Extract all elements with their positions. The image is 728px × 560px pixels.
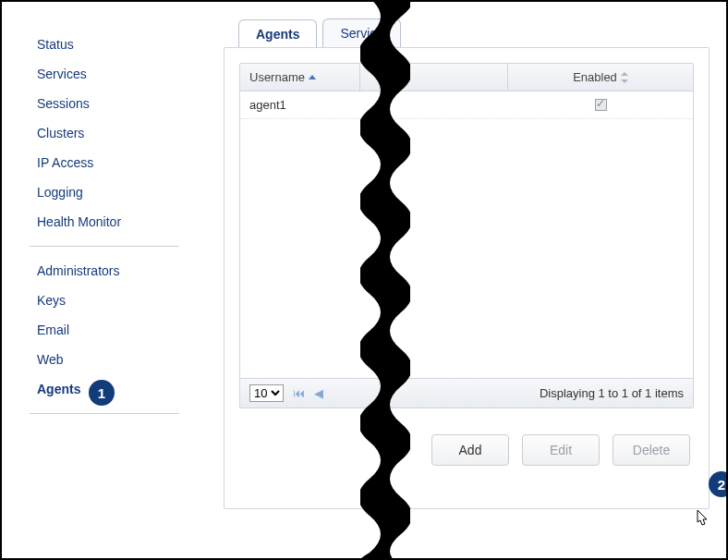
sidebar-item-label: Agents (37, 382, 80, 396)
table-body: agent1 (240, 91, 693, 378)
checkbox-enabled-icon (595, 99, 607, 111)
app-frame: Status Services Sessions Clusters IP Acc… (0, 0, 728, 560)
button-label: Delete (633, 443, 670, 457)
callout-badge-1: 1 (89, 380, 115, 406)
sidebar-divider (30, 246, 179, 247)
tab-service[interactable]: Service (322, 18, 401, 47)
agents-table: Username Enabled agent1 (239, 63, 694, 408)
sidebar-item-label: Clusters (37, 126, 84, 140)
sidebar-divider (30, 413, 179, 414)
column-header-label: Username (249, 70, 305, 84)
cursor-pointer-icon (692, 508, 712, 530)
sort-asc-icon (309, 75, 316, 79)
sidebar-item-services[interactable]: Services (2, 59, 207, 89)
sidebar-item-label: Services (37, 67, 87, 81)
sidebar-item-sessions[interactable]: Sessions (2, 89, 207, 118)
sidebar-item-ip-access[interactable]: IP Access (2, 148, 207, 177)
column-header-username[interactable]: Username (240, 64, 360, 91)
sidebar-item-label: Administrators (37, 263, 119, 278)
sidebar-item-health-monitor[interactable]: Health Monitor (2, 207, 207, 237)
tab-label: Agents (256, 27, 299, 42)
column-header-enabled[interactable]: Enabled (508, 64, 693, 91)
button-bar: Add Edit Delete (239, 408, 694, 475)
pager-status: Displaying 1 to 1 of 1 items (540, 386, 684, 400)
sidebar-item-label: Logging (37, 185, 83, 200)
cell-username: agent1 (240, 91, 360, 118)
sidebar-item-label: IP Access (37, 155, 93, 170)
tab-label: Service (340, 26, 383, 41)
delete-button[interactable]: Delete (613, 434, 690, 466)
sidebar: Status Services Sessions Clusters IP Acc… (2, 2, 207, 558)
button-label: Add (459, 443, 482, 457)
sidebar-item-label: Web (37, 352, 64, 367)
callout-badge-2: 2 (709, 471, 728, 497)
edit-button[interactable]: Edit (522, 434, 600, 466)
sidebar-item-keys[interactable]: Keys (2, 286, 207, 315)
tab-strip: Agents Service (238, 18, 710, 47)
sidebar-item-label: Status (37, 37, 74, 52)
sidebar-item-status[interactable]: Status (2, 30, 207, 59)
pager-first-icon[interactable]: ⏮ (293, 386, 305, 400)
column-header-spacer (360, 64, 508, 91)
table-header-row: Username Enabled (240, 64, 693, 91)
add-button[interactable]: Add (431, 434, 509, 466)
main-area: Agents Service Username Enabled (207, 2, 726, 558)
sidebar-item-label: Health Monitor (37, 214, 121, 229)
sidebar-item-administrators[interactable]: Administrators (2, 256, 207, 286)
tab-agents[interactable]: Agents (238, 19, 317, 48)
content-panel: Username Enabled agent1 (224, 47, 710, 509)
sidebar-item-label: Keys (37, 293, 66, 308)
column-header-label: Enabled (573, 70, 617, 84)
sort-icon (621, 72, 628, 83)
table-row[interactable]: agent1 (240, 91, 693, 119)
cell-enabled (508, 91, 693, 118)
page-size-select[interactable]: 10 (249, 384, 284, 402)
sidebar-item-clusters[interactable]: Clusters (2, 118, 207, 148)
cell-spacer (360, 91, 508, 118)
sidebar-item-email[interactable]: Email (2, 315, 207, 345)
sidebar-item-label: Email (37, 323, 69, 337)
pager-left: 10 ⏮ ◀ (249, 384, 323, 402)
sidebar-item-logging[interactable]: Logging (2, 177, 207, 207)
sidebar-item-web[interactable]: Web (2, 345, 207, 374)
button-label: Edit (550, 443, 572, 457)
pager-prev-icon[interactable]: ◀ (314, 386, 323, 400)
pager-bar: 10 ⏮ ◀ Displaying 1 to 1 of 1 items (240, 378, 693, 408)
sidebar-item-label: Sessions (37, 96, 90, 111)
